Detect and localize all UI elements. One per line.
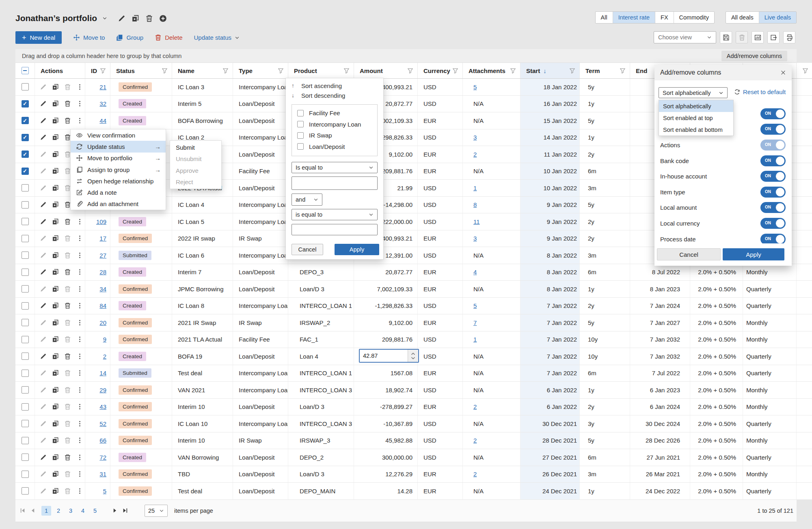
delete-icon[interactable] <box>64 336 71 343</box>
next-page-button[interactable] <box>112 507 118 514</box>
update-status-button[interactable]: Update status <box>194 34 240 41</box>
edit-icon[interactable] <box>40 319 47 326</box>
edit-icon[interactable] <box>40 218 47 225</box>
edit-portfolio-icon[interactable] <box>118 15 125 22</box>
more-actions-icon[interactable] <box>76 100 83 107</box>
delete-icon[interactable] <box>64 117 71 124</box>
row-checkbox[interactable] <box>22 184 29 191</box>
duplicate-icon[interactable] <box>52 302 59 309</box>
row-checkbox[interactable] <box>22 454 29 461</box>
filter-icon[interactable] <box>100 68 106 74</box>
filter-icon[interactable] <box>162 68 168 74</box>
attachments-link[interactable]: 2 <box>473 471 477 477</box>
more-actions-icon[interactable] <box>76 269 83 275</box>
add-portfolio-icon[interactable] <box>159 15 167 22</box>
delete-icon[interactable] <box>64 100 71 107</box>
edit-icon[interactable] <box>40 336 47 343</box>
deal-id-link[interactable]: 109 <box>96 218 106 225</box>
edit-icon[interactable] <box>40 151 47 158</box>
delete-icon[interactable] <box>64 286 71 292</box>
value-checkbox[interactable] <box>297 132 304 139</box>
duplicate-portfolio-icon[interactable] <box>132 15 139 22</box>
delete-icon[interactable] <box>64 471 71 477</box>
duplicate-icon[interactable] <box>52 488 59 495</box>
attachments-link[interactable]: 1 <box>473 185 477 191</box>
header-currency[interactable]: Currency <box>418 63 463 78</box>
attachments-link[interactable]: 3 <box>473 134 477 141</box>
header-status[interactable]: Status <box>110 63 172 78</box>
condition-2-input[interactable] <box>292 224 378 235</box>
edit-icon[interactable] <box>40 185 47 191</box>
column-sort-select[interactable]: Sort alphabetically <box>659 87 728 98</box>
duplicate-icon[interactable] <box>52 336 59 343</box>
delete-icon[interactable] <box>64 269 71 275</box>
chart-view-button[interactable] <box>752 31 764 43</box>
row-checkbox[interactable] <box>22 151 29 158</box>
deal-id-link[interactable]: 28 <box>99 269 106 275</box>
page-4-button[interactable]: 4 <box>78 506 88 516</box>
duplicate-icon[interactable] <box>52 168 59 174</box>
header-id[interactable]: ID <box>85 63 110 78</box>
deal-amount[interactable]: 20,872.77 <box>354 264 418 281</box>
attachments-link[interactable]: N/A <box>473 370 484 376</box>
attachments-link[interactable]: 5 <box>473 302 477 309</box>
attachments-link[interactable]: N/A <box>473 117 484 124</box>
condition-1-select[interactable]: Is equal to <box>292 162 378 173</box>
duplicate-icon[interactable] <box>52 403 59 410</box>
attachments-link[interactable]: N/A <box>473 100 484 107</box>
edit-icon[interactable] <box>40 252 47 259</box>
edit-icon[interactable] <box>40 84 47 90</box>
filter-icon[interactable] <box>802 68 808 74</box>
submenu-item[interactable]: Unsubmit <box>170 153 221 165</box>
deal-amount[interactable]: 12,276.29 <box>354 466 418 483</box>
filter-value-option[interactable]: IR Swap <box>292 130 377 141</box>
menu-item-add-an-attachment[interactable]: Add an attachment <box>71 198 166 210</box>
row-checkbox[interactable] <box>22 471 29 478</box>
deal-amount[interactable]: -10,367.89 <box>354 415 418 432</box>
tab-all-deals[interactable]: All deals <box>726 12 759 23</box>
more-actions-icon[interactable] <box>76 353 83 360</box>
edit-icon[interactable] <box>40 235 47 242</box>
reset-to-default-link[interactable]: Reset to default <box>734 88 786 95</box>
row-checkbox[interactable] <box>22 269 29 276</box>
edit-icon[interactable] <box>40 437 47 444</box>
submenu-item[interactable]: Approve <box>170 165 221 176</box>
more-actions-icon[interactable] <box>76 437 83 444</box>
delete-icon[interactable] <box>64 437 71 444</box>
deal-amount[interactable]: 7,002,109.33 <box>354 281 418 297</box>
move-to-button[interactable]: Move to <box>73 34 105 41</box>
page-1-button[interactable]: 1 <box>41 506 51 516</box>
deal-amount[interactable]: 1567.08 <box>354 365 418 382</box>
value-checkbox[interactable] <box>297 110 304 116</box>
deal-amount[interactable]: -1,298,826.33 <box>354 298 418 314</box>
duplicate-icon[interactable] <box>52 84 59 90</box>
duplicate-icon[interactable] <box>52 471 59 477</box>
delete-icon[interactable] <box>64 235 71 242</box>
edit-icon[interactable] <box>40 403 47 410</box>
column-toggle[interactable]: ON <box>760 218 786 229</box>
choose-view-select[interactable]: Choose view <box>654 31 716 43</box>
delete-icon[interactable] <box>64 420 71 427</box>
amount-input[interactable] <box>360 350 408 362</box>
apply-button[interactable]: Apply <box>335 244 379 255</box>
portfolio-dropdown-icon[interactable] <box>102 16 107 21</box>
header-attachments[interactable]: Attachments <box>463 63 520 78</box>
attachments-link[interactable]: N/A <box>473 420 484 427</box>
delete-icon[interactable] <box>64 84 71 90</box>
delete-icon[interactable] <box>64 252 71 259</box>
edit-icon[interactable] <box>40 201 47 208</box>
duplicate-icon[interactable] <box>52 370 59 376</box>
deal-id-link[interactable]: 14 <box>99 370 106 376</box>
attachments-link[interactable]: N/A <box>473 353 484 360</box>
deal-id-link[interactable]: 84 <box>99 302 106 309</box>
filter-icon[interactable] <box>407 68 413 74</box>
delete-icon[interactable] <box>64 387 71 394</box>
attachments-link[interactable]: 7 <box>473 319 477 326</box>
page-5-button[interactable]: 5 <box>90 506 100 516</box>
row-checkbox[interactable] <box>22 319 29 326</box>
column-toggle[interactable]: ON <box>760 202 786 213</box>
duplicate-icon[interactable] <box>52 269 59 275</box>
deal-id-link[interactable]: 29 <box>99 387 106 394</box>
row-checkbox[interactable] <box>22 117 29 124</box>
edit-icon[interactable] <box>40 269 47 275</box>
